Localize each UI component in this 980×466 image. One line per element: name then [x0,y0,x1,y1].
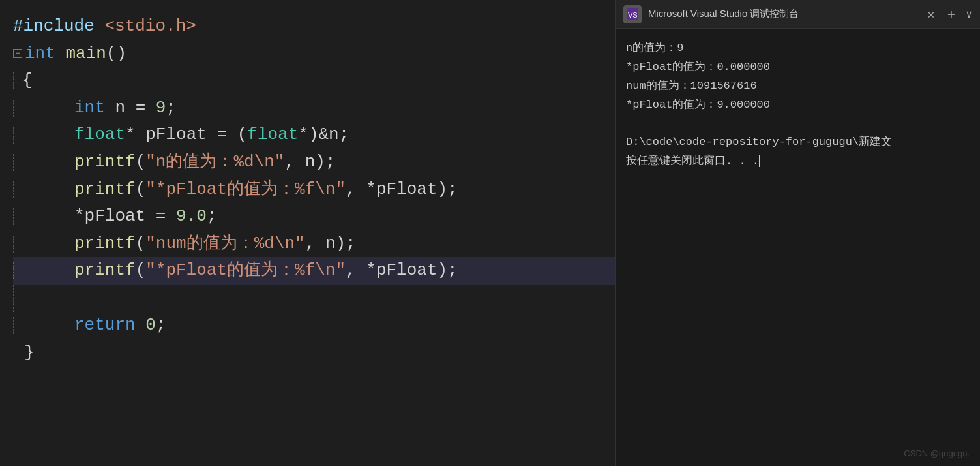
terminal-close-button[interactable]: ✕ [928,7,935,22]
indent-guide-2 [13,127,14,144]
code-line-printf4: printf("*pFloat的值为：%f\n", *pFloat); [13,257,615,285]
code-line-empty [13,285,615,312]
code-line-open-brace: { [13,67,615,95]
indent-guide-5 [13,208,14,225]
terminal-output-line-1: n的值为：9 [626,39,970,58]
code-line-assign: *pFloat = 9.0; [13,203,615,230]
terminal-panel: VS Microsoft Visual Studio 调试控制台 ✕ ＋ ∨ n… [615,0,980,466]
indent-guide-4 [13,181,14,198]
indent-guide-6 [13,236,14,253]
code-line-printf2: printf("*pFloat的值为：%f\n", *pFloat); [13,176,615,204]
indent-guide-8 [13,285,14,312]
collapse-icon[interactable]: − [13,49,22,58]
terminal-output-line-2: *pFloat的值为：0.000000 [626,58,970,77]
code-line-return: return 0; [13,312,615,339]
code-line-main: −int main() [13,40,615,68]
terminal-output-line-3: num的值为：1091567616 [626,77,970,96]
terminal-add-button[interactable]: ＋ [945,5,958,23]
code-line-float-ptr: float* pFloat = (float*)&n; [13,121,615,149]
terminal-body: n的值为：9 *pFloat的值为：0.000000 num的值为：109156… [616,29,980,466]
watermark: CSDN @gugugu. [904,448,970,458]
terminal-output-line-7: 按任意键关闭此窗口. . . [626,152,970,171]
terminal-output-line-5 [626,115,970,134]
terminal-header: VS Microsoft Visual Studio 调试控制台 ✕ ＋ ∨ [616,0,980,29]
vs-icon: VS [623,5,642,23]
indent-guide-7 [13,262,14,279]
terminal-output-line-6: D:\code\code-repository-for-gugugu\新建文 [626,133,970,152]
terminal-dropdown-button[interactable]: ∨ [966,8,972,21]
indent-guide [13,72,14,89]
terminal-cursor [759,155,760,167]
code-editor: #include <stdio.h> −int main() { int n =… [0,0,615,466]
terminal-output-line-4: *pFloat的值为：9.000000 [626,96,970,115]
terminal-title: Microsoft Visual Studio 调试控制台 [648,8,928,20]
code-line-printf1: printf("n的值为：%d\n", n); [13,149,615,176]
code-line-int-n: int n = 9; [13,95,615,122]
svg-text:VS: VS [628,11,638,19]
code-line-printf3: printf("num的值为：%d\n", n); [13,230,615,258]
indent-guide-9 [13,317,14,334]
code-line-close-brace: } [13,339,615,367]
indent-guide-3 [13,154,14,171]
code-line-include: #include <stdio.h> [13,13,615,40]
indent-guide-1 [13,100,14,117]
